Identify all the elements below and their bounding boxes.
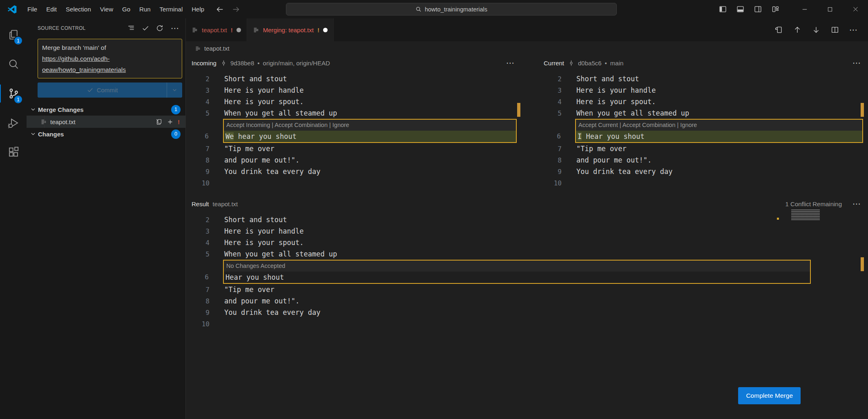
code-line: 4Here is your spout. (186, 237, 868, 248)
code-line: 3Here is your handle (186, 85, 522, 96)
code-line: 5When you get all steamed up (186, 107, 522, 119)
search-view-icon (7, 58, 20, 70)
dirty-indicator-icon[interactable] (323, 28, 328, 32)
back-arrow-icon[interactable] (215, 5, 224, 14)
code-line: 8and pour me out!". (186, 295, 868, 307)
previous-conflict-icon[interactable] (793, 25, 802, 34)
minimap[interactable] (791, 210, 820, 220)
explorer-badge: 1 (13, 36, 23, 45)
current-pane-header: Current d0ba5c6 • main ⋯ (538, 55, 868, 71)
code-area-incoming[interactable]: 2Short and stout3Here is your handle4Her… (186, 71, 522, 189)
breadcrumb[interactable]: teapot.txt (186, 41, 868, 55)
branch-refs: main (610, 60, 624, 67)
menu-selection[interactable]: Selection (61, 3, 96, 15)
refresh-icon[interactable] (156, 24, 164, 32)
menu-view[interactable]: View (96, 3, 118, 15)
bullet: • (257, 60, 259, 67)
code-line: 10 (186, 177, 522, 189)
command-center-search[interactable]: howto_trainingmaterials (286, 3, 617, 16)
code-area-current[interactable]: 2Short and stout3Here is your handle4Her… (538, 71, 868, 189)
tab-decoration: ! (317, 27, 319, 33)
merge-changes-section[interactable]: Merge Changes 1 (27, 103, 185, 116)
merge-conflict-actions[interactable]: Accept Incoming | Accept Combination | I… (224, 120, 516, 131)
menu-edit[interactable]: Edit (42, 3, 61, 15)
toggle-sidebar-icon[interactable] (718, 5, 727, 13)
merge-conflict-actions[interactable]: Accept Current | Accept Combination | Ig… (576, 120, 862, 131)
activitybar-search[interactable] (0, 49, 27, 79)
forward-arrow-icon[interactable] (232, 5, 241, 14)
result-pane-header: Result teapot.txt 1 Conflict Remaining ⋯ (186, 196, 868, 212)
conflict-code-line: 6Hear you shout (224, 272, 810, 283)
split-editor-icon[interactable] (830, 25, 839, 34)
more-actions-icon[interactable]: ⋯ (852, 200, 861, 208)
conflict-scroll-marker (861, 103, 864, 117)
complete-merge-button[interactable]: Complete Merge (738, 387, 801, 404)
changes-section[interactable]: Changes 0 (27, 128, 185, 140)
activity-bar: 1 1 (0, 18, 27, 419)
editor-area: teapot.txt ! Merging: teapot.txt ! ⋯ tea… (186, 18, 868, 419)
changes-badge: 0 (171, 129, 181, 139)
more-actions-icon[interactable]: ⋯ (171, 24, 180, 32)
check-icon (87, 87, 94, 94)
tab-decoration: ! (231, 27, 233, 33)
merge-pane-incoming: Incoming 9d38be8 • origin/main, origin/H… (186, 55, 522, 196)
code-line: 3Here is your handle (538, 85, 868, 96)
search-text: howto_trainingmaterials (425, 6, 487, 13)
more-actions-icon[interactable]: ⋯ (852, 59, 861, 67)
code-line: 9You drink tea every day (538, 166, 868, 177)
next-conflict-icon[interactable] (812, 25, 821, 34)
branch-refs: origin/main, origin/HEAD (263, 60, 330, 67)
merge-conflict-box: Accept Current | Accept Combination | Ig… (575, 119, 863, 143)
incoming-pane-header: Incoming 9d38be8 • origin/main, origin/H… (186, 55, 522, 71)
commit-dropdown-button[interactable] (167, 82, 182, 98)
breadcrumb-file[interactable]: teapot.txt (204, 45, 230, 52)
menu-terminal[interactable]: Terminal (155, 3, 187, 15)
commit-hash: d0ba5c6 (578, 60, 602, 67)
close-window-button[interactable] (843, 0, 868, 18)
code-line: 5When you get all steamed up (186, 248, 868, 260)
code-line: 3Here is your handle (186, 225, 868, 237)
merge-conflict-box: Accept Incoming | Accept Combination | I… (223, 119, 517, 143)
tab-merging-teapot[interactable]: Merging: teapot.txt ! (247, 18, 334, 41)
open-file-icon[interactable] (156, 118, 163, 125)
file-row-teapot[interactable]: teapot.txt ! (27, 116, 185, 128)
commit-check-icon[interactable] (141, 24, 150, 32)
minimize-button[interactable] (792, 0, 817, 18)
commit-message-input[interactable]: Merge branch 'main' of https://github.co… (38, 39, 182, 78)
tab-teapot[interactable]: teapot.txt ! (186, 18, 247, 41)
activitybar-extensions[interactable] (0, 138, 27, 167)
bullet: • (605, 60, 607, 67)
customize-layout-icon[interactable] (771, 5, 780, 13)
menu-go[interactable]: Go (118, 3, 135, 15)
conflict-status: 1 Conflict Remaining (785, 201, 842, 207)
view-as-list-icon[interactable] (127, 24, 135, 32)
merge-pane-current: Current d0ba5c6 • main ⋯ 2Short and stou… (538, 55, 868, 196)
code-line: 2Short and stout (186, 73, 522, 85)
activitybar-source-control[interactable]: 1 (0, 79, 27, 108)
text-file-icon (40, 118, 47, 125)
toggle-secondary-sidebar-icon[interactable] (754, 5, 762, 13)
menu-help[interactable]: Help (187, 3, 209, 15)
more-actions-icon[interactable]: ⋯ (849, 26, 858, 34)
conflict-scroll-marker (861, 257, 864, 271)
menu-bar: File Edit Selection View Go Run Terminal… (23, 3, 209, 15)
menu-run[interactable]: Run (135, 3, 155, 15)
open-changes-icon[interactable] (774, 25, 783, 34)
source-control-badge: 1 (13, 95, 23, 104)
chevron-down-icon (30, 131, 36, 137)
tab-bar: teapot.txt ! Merging: teapot.txt ! ⋯ (186, 18, 868, 41)
activitybar-run-debug[interactable] (0, 108, 27, 138)
code-line: 7"Tip me over (538, 143, 868, 154)
code-area-result[interactable]: 2Short and stout3Here is your handle4Her… (186, 212, 868, 330)
code-line: 8and pour me out!". (538, 154, 868, 166)
menu-file[interactable]: File (23, 3, 42, 15)
pane-divider[interactable] (522, 55, 538, 196)
stage-plus-icon[interactable] (167, 118, 174, 125)
commit-button[interactable]: Commit (38, 82, 182, 98)
more-actions-icon[interactable]: ⋯ (506, 59, 515, 67)
dirty-indicator-icon[interactable] (237, 28, 241, 32)
toggle-panel-icon[interactable] (736, 5, 745, 13)
activitybar-explorer[interactable]: 1 (0, 20, 27, 49)
maximize-button[interactable] (817, 0, 843, 18)
merge-conflict-box: No Changes Accepted6Hear you shout (223, 260, 811, 284)
